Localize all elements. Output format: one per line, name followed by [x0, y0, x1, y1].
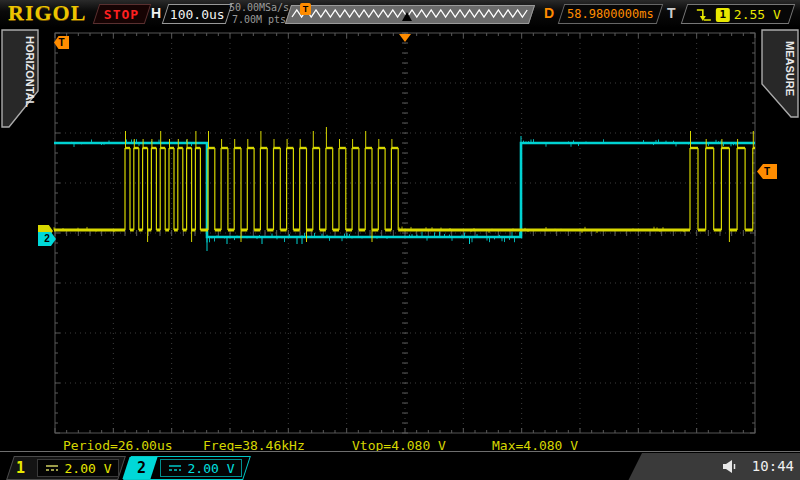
- ch1-number: 1: [16, 459, 25, 477]
- status-bar: RIGOL STOP H 100.0us 50.00MSa/s 7.00M pt…: [0, 0, 800, 28]
- sample-rate: 50.00MSa/s: [228, 2, 290, 14]
- dc-coupling-icon: [45, 463, 59, 473]
- ch1-scale-button[interactable]: 1 2.00 V: [6, 456, 126, 480]
- timebase-button[interactable]: 100.0us: [162, 4, 232, 24]
- tab-horizontal-menu[interactable]: HORIZONTAL: [1, 29, 41, 129]
- tab-horizontal-label: HORIZONTAL: [24, 36, 36, 108]
- rigol-logo: RIGOL: [8, 0, 86, 26]
- horizontal-scale-label: H: [151, 5, 161, 21]
- system-tray: 10:44: [628, 453, 800, 480]
- ch2-scale-value: 2.00 V: [188, 461, 235, 476]
- clock: 10:44: [752, 458, 794, 474]
- run-state-label: STOP: [104, 7, 139, 22]
- speaker-icon[interactable]: [723, 460, 738, 473]
- ch2-scale-button[interactable]: 2 2.00 V: [123, 456, 251, 480]
- tab-measure-menu[interactable]: MEASURE: [759, 29, 799, 129]
- channel-bar: 1 2.00 V 2: [0, 451, 800, 480]
- tab-measure-label: MEASURE: [784, 41, 796, 96]
- strip-window-notch-icon: [402, 12, 412, 21]
- strip-trigger-flag-icon[interactable]: T: [300, 3, 311, 15]
- run-state-button[interactable]: STOP: [93, 4, 151, 24]
- trigger-level-value: 2.55 V: [734, 7, 781, 22]
- trigger-button[interactable]: 1 2.55 V: [681, 4, 795, 24]
- trigger-label: T: [667, 5, 676, 21]
- memory-depth: 7.00M pts: [228, 14, 290, 26]
- timebase-value: 100.0us: [170, 7, 225, 22]
- dc-coupling-icon: [168, 463, 182, 473]
- delay-value: 58.9800000ms: [567, 7, 654, 21]
- falling-edge-icon: [695, 7, 712, 22]
- trigger-source-badge: 1: [716, 7, 730, 21]
- ch1-scale-value: 2.00 V: [65, 461, 112, 476]
- ch2-number: 2: [137, 459, 146, 477]
- acquisition-info: 50.00MSa/s 7.00M pts: [228, 2, 290, 26]
- trigger-position-marker-icon[interactable]: [399, 34, 411, 42]
- graticule-and-traces: [0, 0, 800, 480]
- graticule: [55, 33, 755, 433]
- delay-button[interactable]: 58.9800000ms: [558, 4, 663, 24]
- delay-label: D: [544, 5, 554, 21]
- oscilloscope-screen: RIGOL STOP H 100.0us 50.00MSa/s 7.00M pt…: [0, 0, 800, 480]
